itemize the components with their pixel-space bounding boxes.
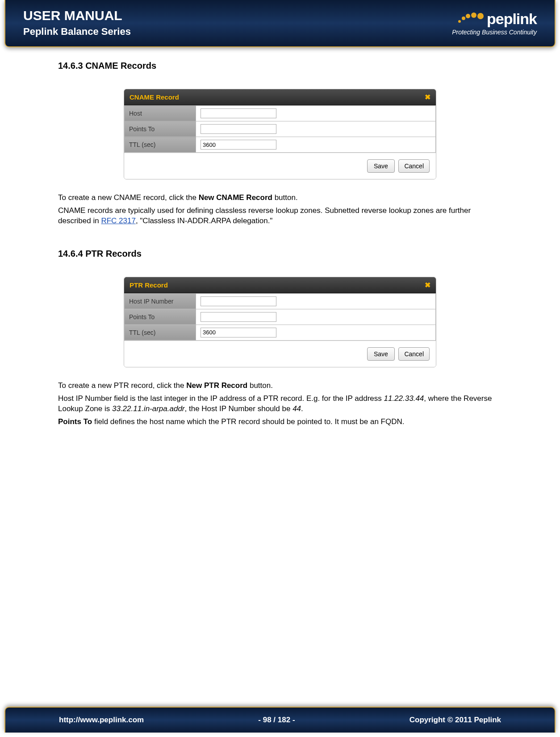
- doc-title: USER MANUAL: [23, 8, 131, 23]
- ptr-panel-title: PTR Record: [130, 281, 168, 289]
- cname-points-input[interactable]: [201, 124, 276, 134]
- table-row: Host: [125, 106, 436, 121]
- ptr-record-panel: PTR Record ✖ Host IP Number Points To: [124, 277, 436, 367]
- cname-ttl-cell: [196, 137, 436, 153]
- ptr-points-input[interactable]: [201, 312, 276, 322]
- ptr-panel-titlebar: PTR Record ✖: [124, 277, 436, 293]
- brand-tagline: Protecting Business Continuity: [452, 29, 537, 36]
- rfc-2317-link[interactable]: RFC 2317: [101, 217, 135, 225]
- ptr-ttl-label: TTL (sec): [125, 325, 196, 340]
- document-footer: http://www.peplink.com - 98 / 182 - Copy…: [4, 707, 556, 733]
- close-icon[interactable]: ✖: [425, 281, 430, 289]
- table-row: Points To: [125, 309, 436, 325]
- ptr-ttl-cell: [196, 325, 436, 340]
- cname-points-label: Points To: [125, 121, 196, 137]
- brand-name: peplink: [487, 10, 537, 28]
- ptr-points-cell: [196, 309, 436, 325]
- close-icon[interactable]: ✖: [425, 93, 430, 101]
- doc-subtitle: Peplink Balance Series: [23, 26, 131, 37]
- cancel-button[interactable]: Cancel: [398, 347, 430, 361]
- cancel-button[interactable]: Cancel: [398, 159, 430, 173]
- footer-url: http://www.peplink.com: [59, 716, 144, 725]
- cname-ttl-input[interactable]: [201, 140, 276, 150]
- cname-record-panel: CNAME Record ✖ Host Points To TTL: [124, 89, 436, 179]
- cname-paragraph-1: To create a new CNAME record, click the …: [58, 193, 502, 203]
- cname-paragraph-2: CNAME records are typically used for def…: [58, 206, 502, 226]
- table-row: Host IP Number: [125, 293, 436, 309]
- cname-host-cell: [196, 106, 436, 121]
- cname-host-label: Host: [125, 106, 196, 121]
- table-row: TTL (sec): [125, 325, 436, 340]
- logo-dots-icon: [458, 12, 485, 25]
- ptr-paragraph-1: To create a new PTR record, click the Ne…: [58, 381, 502, 391]
- ptr-heading: 14.6.4 PTR Records: [58, 249, 502, 259]
- document-header: USER MANUAL Peplink Balance Series pepli…: [4, 0, 556, 47]
- save-button[interactable]: Save: [367, 159, 395, 173]
- ptr-hostip-input[interactable]: [201, 296, 276, 306]
- cname-host-input[interactable]: [201, 108, 276, 118]
- footer-copyright: Copyright © 2011 Peplink: [410, 716, 501, 725]
- cname-points-cell: [196, 121, 436, 137]
- ptr-paragraph-3: Points To field defines the host name wh…: [58, 417, 502, 427]
- ptr-paragraph-2: Host IP Number field is the last integer…: [58, 394, 502, 414]
- cname-panel-titlebar: CNAME Record ✖: [124, 89, 436, 105]
- ptr-points-label: Points To: [125, 309, 196, 325]
- ptr-ttl-input[interactable]: [201, 328, 276, 337]
- cname-panel-title: CNAME Record: [130, 93, 179, 101]
- save-button[interactable]: Save: [367, 347, 395, 361]
- footer-page: - 98 / 182 -: [258, 716, 295, 725]
- table-row: TTL (sec): [125, 137, 436, 153]
- ptr-hostip-cell: [196, 293, 436, 309]
- brand-logo: peplink Protecting Business Continuity: [452, 10, 537, 36]
- cname-heading: 14.6.3 CNAME Records: [58, 61, 502, 71]
- table-row: Points To: [125, 121, 436, 137]
- cname-ttl-label: TTL (sec): [125, 137, 196, 153]
- ptr-hostip-label: Host IP Number: [125, 293, 196, 309]
